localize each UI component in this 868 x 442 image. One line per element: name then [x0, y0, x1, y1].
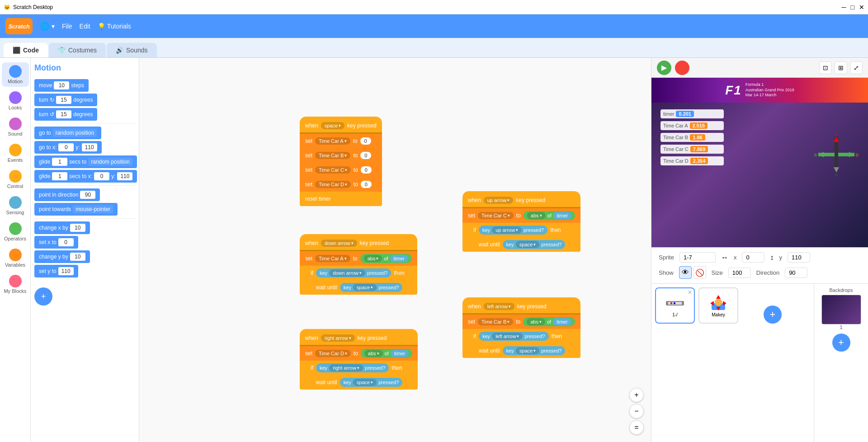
block-if-right[interactable]: if key right arrow pressed? then [300, 361, 418, 375]
key-dropdown-right[interactable]: right arrow [321, 334, 355, 342]
block-set-time-car-c-abs[interactable]: set Time Car C to abs of timer [462, 208, 580, 223]
block-point-towards[interactable]: point towards mouse-pointer [34, 203, 118, 216]
abs-dropdown-c[interactable]: abs [527, 212, 546, 219]
block-wait-space-down[interactable]: wait until key space pressed? [300, 280, 417, 295]
glide-dropdown[interactable]: random position [88, 158, 132, 166]
abs-block-d[interactable]: abs of timer [361, 349, 412, 358]
goto-x-input[interactable] [58, 143, 74, 151]
block-set-time-car-b-abs[interactable]: set Time Car B to abs of timer [462, 315, 580, 329]
abs-dropdown-d[interactable]: abs [364, 350, 383, 357]
key-right-dropdown[interactable]: right arrow [329, 364, 363, 371]
show-visible-button[interactable]: 👁 [679, 266, 692, 279]
zoom-in-button[interactable]: + [629, 388, 644, 402]
block-goto[interactable]: go to random position [34, 127, 101, 139]
wait-space-dropdown-4[interactable]: space [516, 347, 539, 354]
block-if-down[interactable]: if key down arrow pressed? then [300, 266, 417, 280]
sidebar-item-events[interactable]: Events [2, 141, 29, 165]
hat-block-space[interactable]: when space key pressed [300, 117, 382, 134]
abs-dropdown-b[interactable]: abs [527, 318, 545, 325]
size-input[interactable] [728, 268, 751, 278]
fullscreen-button[interactable]: ⤢ [850, 61, 863, 74]
sidebar-item-variables[interactable]: Variables [2, 246, 29, 270]
normal-stage-button[interactable]: ⊞ [835, 61, 847, 74]
edit-menu[interactable]: Edit [80, 23, 90, 30]
move-steps-input[interactable] [54, 81, 69, 89]
glide2-secs-input[interactable] [52, 172, 67, 180]
sprite-card-makey[interactable]: Makey [698, 287, 738, 324]
change-y-input[interactable] [70, 253, 85, 261]
wait-space-dropdown-2[interactable]: space [516, 241, 539, 248]
towards-dropdown[interactable]: mouse-pointer [73, 205, 113, 213]
sidebar-item-looks[interactable]: Looks [2, 89, 29, 113]
show-hidden-button[interactable]: 🚫 [693, 266, 706, 279]
abs-block[interactable]: abs of timer [360, 254, 412, 263]
direction-input[interactable] [80, 191, 95, 199]
sidebar-item-sound[interactable]: Sound [2, 115, 29, 139]
maximize-button[interactable]: □ [851, 4, 854, 11]
file-menu[interactable]: File [62, 23, 72, 30]
block-wait-space-left[interactable]: wait until key space pressed? [462, 343, 580, 358]
sprite-name-input[interactable] [679, 252, 716, 263]
hat-block-up[interactable]: when up arrow key pressed [462, 191, 580, 208]
glide-y-input[interactable] [117, 172, 132, 180]
y-value-input[interactable] [788, 252, 810, 263]
zoom-out-button[interactable]: − [629, 404, 644, 418]
direction-input-field[interactable] [785, 268, 807, 278]
block-set-time-car-a-0[interactable]: set Time Car A to 0 [300, 134, 382, 148]
block-set-x[interactable]: set x to [34, 236, 78, 249]
globe-menu[interactable]: 🌐 ▾ [40, 21, 55, 31]
wait-space-dropdown-1[interactable]: space [353, 284, 377, 291]
key-dropdown-left[interactable]: left arrow [484, 303, 514, 310]
block-glide-xy[interactable]: glide secs to x: y: [34, 170, 137, 183]
tab-costumes[interactable]: 👕 Costumes [49, 43, 106, 57]
sidebar-item-motion[interactable]: Motion [2, 62, 29, 87]
x-value-input[interactable] [742, 252, 764, 263]
block-change-y[interactable]: change y by [34, 250, 90, 263]
block-set-time-car-b-0[interactable]: set Time Car B to 0 [300, 148, 382, 163]
code-canvas[interactable]: when space key pressed set Time Car A to… [139, 58, 651, 442]
block-set-y[interactable]: set y to [34, 265, 78, 277]
key-up-dropdown[interactable]: up arrow [492, 226, 522, 234]
key-dropdown-space[interactable]: space [321, 122, 344, 129]
goto-dropdown[interactable]: random position [53, 129, 97, 137]
key-dropdown-up[interactable]: up arrow [484, 197, 514, 204]
block-if-left[interactable]: if key left arrow pressed? then [462, 329, 580, 343]
sidebar-item-sensing[interactable]: Sensing [2, 193, 29, 218]
glide-secs-input[interactable] [52, 158, 67, 166]
hat-block-right[interactable]: when right arrow key pressed [300, 329, 418, 346]
var-dropdown-d[interactable]: Time Car D [315, 181, 351, 188]
set-y-input[interactable] [58, 267, 74, 275]
zoom-reset-button[interactable]: = [629, 420, 644, 435]
minimize-button[interactable]: ─ [842, 4, 846, 11]
block-change-x[interactable]: change x by [34, 221, 90, 234]
key-left-dropdown[interactable]: left arrow [492, 333, 523, 340]
green-flag-button[interactable]: ▶ [657, 61, 671, 75]
turn-left-input[interactable] [56, 110, 71, 118]
var-a-dropdown[interactable]: Time Car A [315, 255, 350, 262]
goto-y-input[interactable] [82, 143, 97, 151]
var-d-dropdown[interactable]: Time Car D [315, 350, 351, 357]
block-glide-random[interactable]: glide secs to random position [34, 155, 137, 168]
block-if-up[interactable]: if key up arrow pressed? then [462, 223, 580, 237]
block-turn-right[interactable]: turn ↻ degrees [34, 94, 97, 106]
sprite-card-1[interactable]: ✕ 1-/ [655, 287, 695, 324]
abs-block-b[interactable]: abs of timer [523, 317, 575, 326]
hat-block-left[interactable]: when left arrow key pressed [462, 297, 580, 315]
var-dropdown-b[interactable]: Time Car B [315, 152, 350, 159]
set-x-input[interactable] [58, 238, 74, 246]
glide-x-input[interactable] [94, 172, 109, 180]
sprite-delete-1[interactable]: ✕ [688, 289, 692, 296]
extensions-button[interactable]: + [34, 287, 52, 306]
stop-button[interactable] [675, 61, 689, 75]
block-turn-left[interactable]: turn ↺ degrees [34, 108, 97, 121]
block-goto-xy[interactable]: go to x: y: [34, 141, 102, 154]
abs-block-c[interactable]: abs of timer [524, 211, 575, 220]
block-set-time-car-d-abs[interactable]: set Time Car D to abs of timer [300, 346, 418, 361]
turn-right-input[interactable] [56, 96, 71, 104]
abs-dropdown[interactable]: abs [364, 255, 382, 262]
key-down-dropdown[interactable]: down arrow [329, 269, 365, 277]
block-move[interactable]: move steps [34, 79, 89, 92]
tab-sounds[interactable]: 🔊 Sounds [107, 43, 156, 57]
change-x-input[interactable] [70, 224, 85, 232]
close-button[interactable]: ✕ [859, 4, 864, 11]
